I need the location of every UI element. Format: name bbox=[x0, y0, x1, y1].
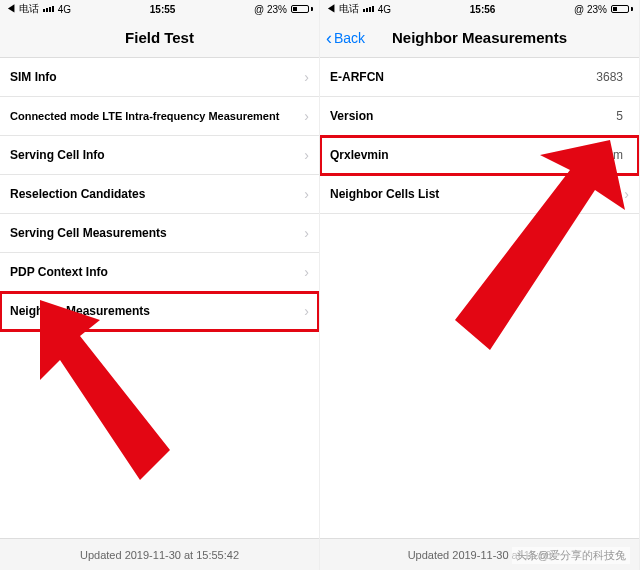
row-label: PDP Context Info bbox=[10, 265, 108, 279]
back-button[interactable]: ‹ Back bbox=[326, 29, 365, 47]
row-value: 3683 bbox=[596, 70, 629, 84]
chevron-right-icon: › bbox=[304, 186, 309, 202]
chevron-right-icon: › bbox=[304, 108, 309, 124]
chevron-right-icon: › bbox=[304, 147, 309, 163]
row-neighbor-measurements[interactable]: Neighbor Measurements › bbox=[0, 292, 319, 331]
clock: 15:56 bbox=[470, 4, 496, 15]
network-type: 4G bbox=[378, 4, 391, 15]
row-pdp-context-info[interactable]: PDP Context Info › bbox=[0, 253, 319, 292]
chevron-right-icon: › bbox=[624, 186, 629, 202]
battery-percent: @ 23% bbox=[574, 4, 607, 15]
page-title: Field Test bbox=[125, 29, 194, 46]
row-label: Connected mode LTE Intra-frequency Measu… bbox=[10, 110, 279, 122]
row-label: Qrxlevmin bbox=[330, 148, 389, 162]
chevron-left-icon: ‹ bbox=[326, 29, 332, 47]
row-connected-mode-lte[interactable]: Connected mode LTE Intra-frequency Measu… bbox=[0, 97, 319, 136]
chevron-right-icon: › bbox=[304, 264, 309, 280]
row-sim-info[interactable]: SIM Info › bbox=[0, 58, 319, 97]
chevron-right-icon: › bbox=[304, 303, 309, 319]
row-reselection-candidates[interactable]: Reselection Candidates › bbox=[0, 175, 319, 214]
row-label: Reselection Candidates bbox=[10, 187, 145, 201]
back-label: Back bbox=[334, 30, 365, 46]
menu-list: E-ARFCN 3683 Version 5 Qrxlevmin -140 dB… bbox=[320, 58, 639, 538]
chevron-right-icon: › bbox=[304, 225, 309, 241]
page-title: Neighbor Measurements bbox=[392, 29, 567, 46]
back-to-app[interactable]: ◀ 电话 bbox=[326, 2, 359, 16]
row-value: 5 bbox=[616, 109, 629, 123]
status-bar: ◀ 电话 4G 15:55 @ 23% bbox=[0, 0, 319, 18]
status-bar: ◀ 电话 4G 15:56 @ 23% bbox=[320, 0, 639, 18]
network-type: 4G bbox=[58, 4, 71, 15]
watermark: 头条@爱分享的科技兔 bbox=[512, 547, 630, 564]
phone-right: ◀ 电话 4G 15:56 @ 23% ‹ Back Neighbor Meas… bbox=[320, 0, 640, 570]
row-label: Serving Cell Info bbox=[10, 148, 105, 162]
row-serving-cell-measurements[interactable]: Serving Cell Measurements › bbox=[0, 214, 319, 253]
signal-icon bbox=[363, 6, 374, 12]
back-to-app[interactable]: ◀ 电话 bbox=[6, 2, 39, 16]
nav-bar: Field Test bbox=[0, 18, 319, 58]
row-label: E-ARFCN bbox=[330, 70, 384, 84]
clock: 15:55 bbox=[150, 4, 176, 15]
row-label: Serving Cell Measurements bbox=[10, 226, 167, 240]
row-label: Neighbor Measurements bbox=[10, 304, 150, 318]
row-label: Neighbor Cells List bbox=[330, 187, 439, 201]
nav-bar: ‹ Back Neighbor Measurements bbox=[320, 18, 639, 58]
footer-updated: Updated 2019-11-30 at 15:55:42 bbox=[0, 538, 319, 570]
row-neighbor-cells-list[interactable]: Neighbor Cells List › bbox=[320, 175, 639, 214]
signal-icon bbox=[43, 6, 54, 12]
battery-percent: @ 23% bbox=[254, 4, 287, 15]
chevron-right-icon: › bbox=[304, 69, 309, 85]
row-value: -140 dBm bbox=[571, 148, 629, 162]
menu-list: SIM Info › Connected mode LTE Intra-freq… bbox=[0, 58, 319, 538]
row-version[interactable]: Version 5 bbox=[320, 97, 639, 136]
row-qrxlevmin[interactable]: Qrxlevmin -140 dBm bbox=[320, 136, 639, 175]
battery-icon bbox=[291, 5, 313, 13]
row-label: Version bbox=[330, 109, 373, 123]
row-serving-cell-info[interactable]: Serving Cell Info › bbox=[0, 136, 319, 175]
phone-left: ◀ 电话 4G 15:55 @ 23% Field Test SIM Info … bbox=[0, 0, 320, 570]
row-label: SIM Info bbox=[10, 70, 57, 84]
battery-icon bbox=[611, 5, 633, 13]
row-e-arfcn[interactable]: E-ARFCN 3683 bbox=[320, 58, 639, 97]
